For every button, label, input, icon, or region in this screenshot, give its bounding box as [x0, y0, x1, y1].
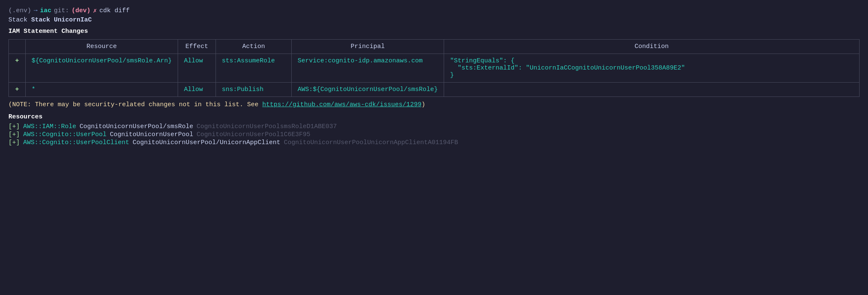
stack-text: Stack Stack UnicornIaC [8, 16, 92, 24]
header-resource: Resource [26, 40, 178, 54]
cross-icon: ✗ [93, 7, 97, 15]
iam-table: Resource Effect Action Principal Conditi… [8, 39, 860, 97]
resource-id: CognitoUnicornUserPool1C6E3F95 [197, 131, 310, 138]
row1-resource: ${CognitoUnicornUserPool/smsRole.Arn} [26, 54, 178, 83]
resource-type: AWS::IAM::Role [23, 123, 76, 130]
list-item: [+] AWS::Cognito::UserPoolClient Cognito… [8, 139, 860, 146]
resources-section: Resources [+] AWS::IAM::Role CognitoUnic… [8, 113, 860, 146]
header-effect: Effect [178, 40, 216, 54]
list-item: [+] AWS::Cognito::UserPool CognitoUnicor… [8, 131, 860, 138]
dir-label: iac [40, 7, 51, 14]
stack-line: Stack Stack UnicornIaC [8, 16, 860, 24]
resource-type: AWS::Cognito::UserPool [23, 131, 107, 138]
resource-name: CognitoUnicornUserPool/smsRole [80, 123, 193, 130]
row2-effect: Allow [178, 83, 216, 97]
stack-name: Stack UnicornIaC [31, 16, 92, 24]
arrow-icon: → [34, 7, 37, 14]
row1-action: sts:AssumeRole [216, 54, 292, 83]
table-row: + ${CognitoUnicornUserPool/smsRole.Arn} … [9, 54, 860, 83]
resource-type: AWS::Cognito::UserPoolClient [23, 139, 129, 146]
row1-effect: Allow [178, 54, 216, 83]
header-action: Action [216, 40, 292, 54]
table-header-row: Resource Effect Action Principal Conditi… [9, 40, 860, 54]
command-text: cdk diff [99, 7, 130, 14]
resource-bracket: [+] [8, 139, 20, 146]
resource-bracket: [+] [8, 131, 20, 138]
env-label: (.env) [8, 7, 31, 14]
resource-bracket: [+] [8, 123, 20, 130]
row2-principal: AWS:${CognitoUnicornUserPool/smsRole} [292, 83, 444, 97]
resource-name: CognitoUnicornUserPool/UnicornAppClient [133, 139, 280, 146]
resources-section-title: Resources [8, 113, 860, 121]
row1-indicator: + [9, 54, 26, 83]
row2-indicator: + [9, 83, 26, 97]
resource-id: CognitoUnicornUserPoolUnicornAppClientA0… [284, 139, 458, 146]
note-link: https://github.com/aws/aws-cdk/issues/12… [262, 101, 421, 108]
row2-resource: * [26, 83, 178, 97]
row2-condition [444, 83, 860, 97]
header-condition: Condition [444, 40, 860, 54]
header-principal: Principal [292, 40, 444, 54]
row1-principal: Service:cognito-idp.amazonaws.com [292, 54, 444, 83]
row2-action: sns:Publish [216, 83, 292, 97]
iam-section-title: IAM Statement Changes [8, 28, 860, 35]
resource-name: CognitoUnicornUserPool [110, 131, 193, 138]
row1-condition: "StringEquals": { "sts:ExternalId": "Uni… [444, 54, 860, 83]
note-line: (NOTE: There may be security-related cha… [8, 101, 860, 108]
list-item: [+] AWS::IAM::Role CognitoUnicornUserPoo… [8, 123, 860, 130]
table-row: + * Allow sns:Publish AWS:${CognitoUnico… [9, 83, 860, 97]
git-label: git: [54, 7, 69, 14]
resource-id: CognitoUnicornUserPoolsmsRoleD1ABE037 [197, 123, 337, 130]
branch-label: (dev) [72, 7, 91, 14]
header-indicator [9, 40, 26, 54]
prompt-line: (.env) → iac git:(dev) ✗ cdk diff [8, 7, 860, 15]
